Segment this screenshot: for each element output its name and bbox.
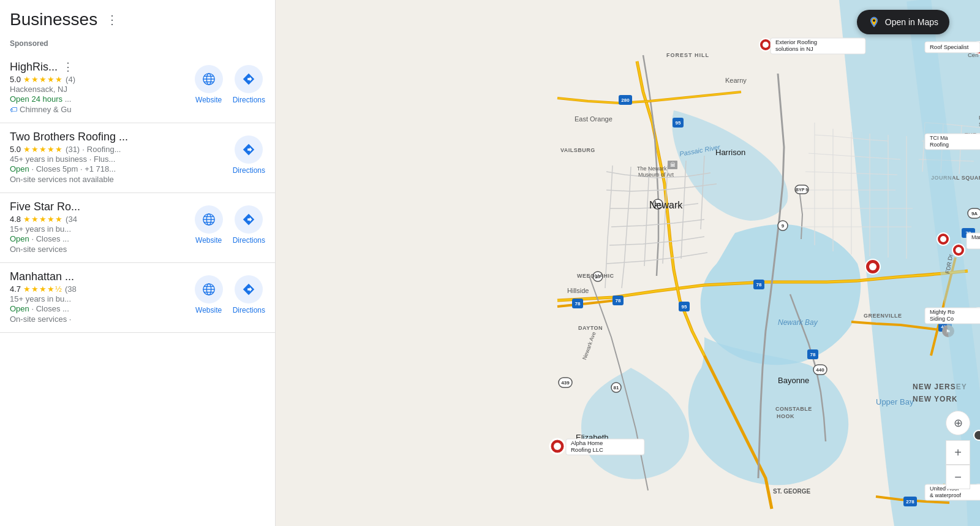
compass-button[interactable]: ⊕ <box>946 411 970 435</box>
more-dots-highrise[interactable]: ⋮ <box>62 60 74 74</box>
page-title: Businesses <box>10 10 97 29</box>
rating-count-two-brothers: (31) <box>66 145 80 154</box>
globe-icon-manhattan <box>202 283 216 296</box>
svg-text:Museum of Art: Museum of Art <box>638 172 674 178</box>
svg-text:BYP 9: BYP 9 <box>796 188 808 192</box>
directions-icon-circle-five-star <box>235 205 263 234</box>
svg-text:Upper Bay: Upper Bay <box>876 397 914 406</box>
directions-icon-circle-highrise <box>235 65 263 93</box>
svg-text:Manhattan Ro: Manhattan Ro <box>971 234 980 240</box>
svg-point-101 <box>940 236 946 242</box>
website-icon-circle-highrise <box>195 65 223 93</box>
svg-text:NEW YORK: NEW YORK <box>913 395 958 403</box>
business-status-two-brothers: Open · Closes 5pm · +1 718... <box>10 164 265 173</box>
directions-icon-two-brothers <box>242 143 255 156</box>
directions-icon-circle-manhattan <box>235 275 263 303</box>
svg-text:Roof Specialist: Roof Specialist <box>930 44 969 50</box>
svg-text:9A: 9A <box>971 211 978 216</box>
svg-text:CONSTABLE: CONSTABLE <box>775 406 812 412</box>
svg-text:Roofing: Roofing <box>930 142 949 148</box>
svg-text:278: 278 <box>906 499 914 505</box>
website-label-highrise: Website <box>195 96 222 104</box>
open-in-maps-button[interactable]: Open in Maps <box>857 10 949 34</box>
svg-text:81: 81 <box>614 385 619 391</box>
website-label-five-star: Website <box>195 236 222 245</box>
directions-icon-circle-two-brothers <box>235 135 263 164</box>
svg-text:solutions in NJ: solutions in NJ <box>775 45 813 52</box>
business-card-two-brothers: Two Brothers Roofing ... 5.0 ★★★★★ (31) … <box>0 123 275 193</box>
svg-text:78: 78 <box>756 282 762 288</box>
rating-dot-two-brothers: · <box>82 145 85 154</box>
svg-text:ST. GEORGE: ST. GEORGE <box>773 488 810 495</box>
svg-text:Alpha Home: Alpha Home <box>571 440 603 446</box>
more-options-icon[interactable]: ⋮ <box>106 12 118 27</box>
svg-point-103 <box>956 247 962 253</box>
business-name-two-brothers[interactable]: Two Brothers Roofing ... <box>10 131 265 143</box>
svg-text:TCI Ma: TCI Ma <box>930 135 948 141</box>
directions-icon-five-star <box>242 213 255 226</box>
stars-highrise: ★★★★★ <box>23 75 63 84</box>
action-buttons-five-star: Website Directions <box>195 205 265 245</box>
directions-label-two-brothers: Directions <box>233 166 265 175</box>
directions-label-five-star: Directions <box>233 236 265 245</box>
action-buttons-highrise: Website Directions <box>195 65 265 104</box>
action-buttons-two-brothers: Directions <box>233 135 265 175</box>
svg-text:Exterior Roofing: Exterior Roofing <box>775 39 817 45</box>
left-panel: Businesses ⋮ Sponsored HighRis... ⋮ 5.0 … <box>0 0 276 526</box>
svg-text:VAILSBURG: VAILSBURG <box>560 147 595 153</box>
svg-text:95: 95 <box>676 120 681 126</box>
svg-point-109 <box>554 443 561 450</box>
svg-text:78: 78 <box>810 352 816 357</box>
zoom-out-button[interactable]: − <box>946 465 970 489</box>
action-buttons-manhattan: Website Directions <box>195 275 265 314</box>
website-button-highrise[interactable]: Website <box>195 65 223 104</box>
directions-button-two-brothers[interactable]: Directions <box>233 135 265 175</box>
globe-icon-highrise <box>202 72 216 86</box>
google-maps-icon <box>868 16 880 28</box>
website-icon-circle-five-star <box>195 205 223 234</box>
rating-value-two-brothers: 5.0 <box>10 145 21 154</box>
directions-icon-manhattan <box>242 283 255 296</box>
svg-text:9: 9 <box>782 223 785 229</box>
website-label-manhattan: Website <box>195 306 222 314</box>
rating-count-manhattan: (38 <box>65 284 77 294</box>
business-tag-two-brothers: On-site services not available <box>10 175 265 184</box>
svg-text:440: 440 <box>816 367 824 373</box>
svg-text:& waterproof: & waterproof <box>930 492 962 498</box>
svg-text:HOOK: HOOK <box>777 413 794 419</box>
directions-button-five-star[interactable]: Directions <box>233 205 265 245</box>
svg-text:Kearny: Kearny <box>725 77 747 84</box>
svg-text:The Newark: The Newark <box>637 166 667 172</box>
svg-text:🏛: 🏛 <box>670 162 676 168</box>
status-open-five-star: Open <box>10 234 29 243</box>
svg-text:78: 78 <box>616 298 621 303</box>
svg-point-93 <box>763 42 769 48</box>
website-button-manhattan[interactable]: Website <box>195 275 223 314</box>
svg-text:Hillside: Hillside <box>567 287 589 294</box>
svg-text:Harrison: Harrison <box>715 148 745 157</box>
svg-text:GREENVILLE: GREENVILLE <box>864 313 902 319</box>
svg-point-140 <box>974 430 980 440</box>
svg-text:Bayonne: Bayonne <box>778 376 809 385</box>
website-button-five-star[interactable]: Website <box>195 205 223 245</box>
directions-button-highrise[interactable]: Directions <box>233 65 265 104</box>
business-card-highrise: HighRis... ⋮ 5.0 ★★★★★ (4) Hackensack, N… <box>0 53 275 123</box>
svg-text:Cen: Cen <box>968 51 978 58</box>
directions-label-highrise: Directions <box>233 96 265 104</box>
status-open-highrise: Open 24 hours <box>10 94 62 104</box>
status-open-manhattan: Open <box>10 304 29 313</box>
svg-text:439: 439 <box>561 380 570 386</box>
stars-five-star: ★★★★★ <box>23 215 63 224</box>
rating-value-manhattan: 4.7 <box>10 284 21 294</box>
svg-text:280: 280 <box>621 97 630 103</box>
rating-value-highrise: 5.0 <box>10 75 21 84</box>
svg-text:East Orange: East Orange <box>575 115 612 123</box>
status-extra-manhattan: · Closes ... <box>31 304 69 313</box>
rating-meta-two-brothers: Roofing... <box>87 145 121 154</box>
svg-text:Newark Bay: Newark Bay <box>778 318 818 327</box>
rating-count-highrise: (4) <box>66 75 75 84</box>
map-area[interactable]: Passaic River Newark Bay Upper Bay 95 78… <box>276 0 980 526</box>
zoom-in-button[interactable]: + <box>946 440 970 465</box>
directions-button-manhattan[interactable]: Directions <box>233 275 265 314</box>
svg-text:95: 95 <box>682 304 687 310</box>
